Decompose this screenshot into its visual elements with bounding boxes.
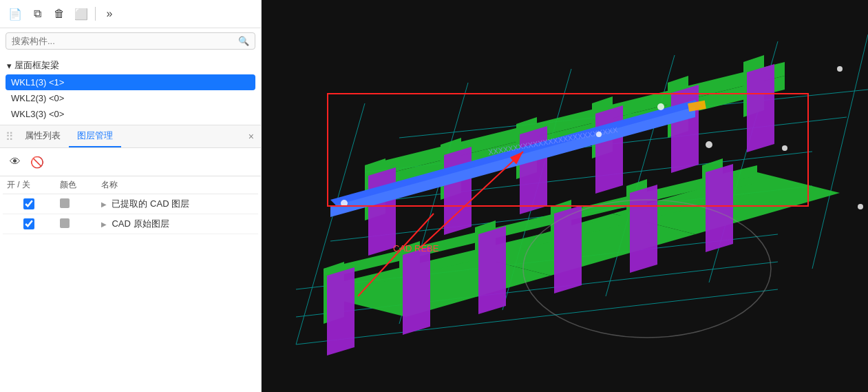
tree-item-label-wkl3: WKL3(3) <0> <box>11 109 64 119</box>
main-3d-view[interactable]: XXXXXXXXXXXXXXXXXXXXXXXXXX CAD REBE <box>262 0 868 392</box>
layer-color-2 <box>56 214 97 234</box>
svg-marker-36 <box>416 247 430 331</box>
table-row: ▶ CAD 原始图层 <box>3 214 258 234</box>
svg-marker-38 <box>492 226 506 310</box>
layer-toggle-2[interactable] <box>3 214 56 234</box>
svg-point-67 <box>782 145 787 151</box>
svg-marker-40 <box>568 205 582 289</box>
layer-show-all-button[interactable]: 👁 <box>6 152 25 172</box>
svg-marker-33 <box>327 271 341 355</box>
layer-show-icon: 👁 <box>10 156 21 168</box>
more-button[interactable]: » <box>100 4 119 23</box>
svg-marker-55 <box>747 68 761 152</box>
tree-section-header[interactable]: ▾ 屋面框架梁 <box>6 56 255 74</box>
layer-color-1 <box>56 194 97 214</box>
svg-marker-52 <box>609 105 623 189</box>
panel-close-button[interactable]: × <box>244 131 258 142</box>
svg-marker-48 <box>458 147 472 231</box>
col-header-color: 颜色 <box>56 176 97 194</box>
col-header-name: 名称 <box>97 176 258 194</box>
svg-marker-34 <box>341 267 354 351</box>
tree-expand-icon: ▾ <box>7 61 12 71</box>
tree-item-wkl3[interactable]: WKL3(3) <0> <box>6 106 255 122</box>
svg-marker-37 <box>478 230 492 314</box>
svg-point-61 <box>706 141 712 148</box>
layer-hide-icon: 🚫 <box>30 156 44 169</box>
svg-marker-56 <box>761 64 774 148</box>
svg-point-65 <box>596 132 602 137</box>
layer-expand-2[interactable]: ▶ <box>101 220 107 228</box>
svg-marker-46 <box>382 167 396 251</box>
tab-layer-management[interactable]: 图层管理 <box>69 125 121 147</box>
tab-property-list[interactable]: 属性列表 <box>17 125 69 147</box>
tree-item-wkl1[interactable]: WKL1(3) <1> <box>6 74 255 90</box>
svg-marker-45 <box>368 172 382 256</box>
paste-button[interactable]: ⬜ <box>72 4 91 23</box>
layer-table: 开 / 关 颜色 名称 ▶ 已 <box>3 176 258 234</box>
sidebar: 📄 ⧉ 🗑 ⬜ » 🔍 ▾ 屋面框架梁 WKL1(3) <1> WKL2(3) … <box>0 0 262 392</box>
layer-table-container: 开 / 关 颜色 名称 ▶ 已 <box>0 176 261 234</box>
svg-marker-35 <box>403 251 416 335</box>
svg-point-59 <box>341 200 348 207</box>
layer-name-label-2: CAD 原始图层 <box>112 218 169 229</box>
svg-marker-41 <box>630 189 644 273</box>
tree-item-wkl2[interactable]: WKL2(3) <0> <box>6 90 255 106</box>
panel-tabs: ⠿ 属性列表 图层管理 × <box>0 125 261 148</box>
layer-expand-1[interactable]: ▶ <box>101 200 107 208</box>
svg-marker-42 <box>644 185 657 269</box>
search-icon: 🔍 <box>238 36 249 46</box>
tree-section: ▾ 屋面框架梁 WKL1(3) <1> WKL2(3) <0> WKL3(3) … <box>0 54 261 125</box>
svg-point-60 <box>657 103 664 110</box>
tree-item-label-wkl1: WKL1(3) <1> <box>11 77 64 87</box>
panel-drag-handle[interactable]: ⠿ <box>3 130 17 143</box>
layer-toolbar: 👁 🚫 <box>0 148 261 176</box>
layer-color-dot-1 <box>60 198 70 208</box>
table-row: ▶ 已提取的 CAD 图层 <box>3 194 258 214</box>
toolbar-separator <box>95 7 96 21</box>
search-bar: 🔍 <box>6 32 255 50</box>
svg-marker-54 <box>685 85 699 169</box>
tree-item-label-wkl2: WKL2(3) <0> <box>11 93 64 103</box>
search-input[interactable] <box>12 36 238 46</box>
delete-button[interactable]: 🗑 <box>50 4 69 23</box>
tree-section-label: 屋面框架梁 <box>14 59 59 72</box>
svg-point-66 <box>837 66 843 72</box>
layer-name-2[interactable]: ▶ CAD 原始图层 <box>97 214 258 234</box>
copy-button[interactable]: ⧉ <box>28 4 47 23</box>
layer-checkbox-1[interactable] <box>23 198 34 209</box>
new-button[interactable]: 📄 <box>6 4 25 23</box>
svg-marker-44 <box>719 164 733 248</box>
svg-marker-47 <box>444 151 458 235</box>
layer-checkbox-2[interactable] <box>23 218 34 229</box>
svg-marker-51 <box>595 110 609 194</box>
layer-hide-all-button[interactable]: 🚫 <box>28 152 47 172</box>
col-header-toggle: 开 / 关 <box>3 176 56 194</box>
3d-scene-svg: XXXXXXXXXXXXXXXXXXXXXXXXXX <box>262 0 868 392</box>
svg-point-68 <box>858 204 863 209</box>
svg-marker-53 <box>671 89 685 173</box>
layer-toggle-1[interactable] <box>3 194 56 214</box>
layer-name-label-1: 已提取的 CAD 图层 <box>112 198 189 209</box>
layer-name-1[interactable]: ▶ 已提取的 CAD 图层 <box>97 194 258 214</box>
layer-color-dot-2 <box>60 218 70 228</box>
sidebar-toolbar: 📄 ⧉ 🗑 ⬜ » <box>0 0 261 28</box>
